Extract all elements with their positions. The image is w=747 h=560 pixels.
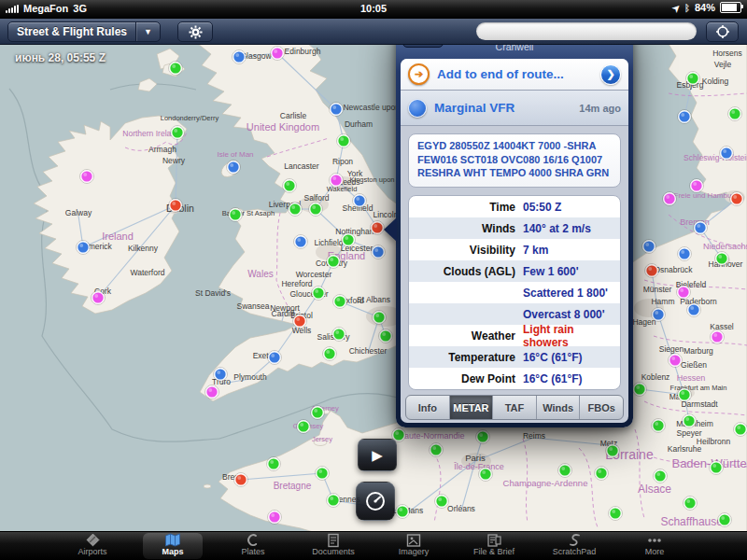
airport-dot-g[interactable] (430, 444, 443, 456)
tabbar-item-file-brief[interactable]: File & Brief (454, 532, 534, 560)
airport-dot-m[interactable] (206, 386, 218, 399)
airport-dot-b[interactable] (78, 242, 90, 254)
airport-dot-b[interactable] (215, 369, 227, 381)
airport-dot-g[interactable] (687, 73, 699, 85)
airport-dot-g[interactable] (397, 506, 409, 518)
airport-dot-g[interactable] (317, 468, 329, 480)
airport-dot-g[interactable] (328, 256, 340, 268)
instruments-button[interactable] (356, 482, 395, 521)
airport-dot-g[interactable] (684, 497, 697, 510)
map-layer-selector-button[interactable]: Street & Flight Rules ▼ (7, 21, 161, 42)
airport-dot-b[interactable] (228, 161, 240, 174)
airport-dot-g[interactable] (480, 469, 492, 481)
search-input[interactable] (476, 22, 697, 40)
tabbar-item-airports[interactable]: Airports (52, 532, 133, 560)
airport-dot-b[interactable] (679, 111, 691, 123)
airport-dot-g[interactable] (729, 108, 741, 120)
airport-dot-g[interactable] (343, 234, 355, 246)
airport-dot-m[interactable] (669, 355, 682, 367)
airport-dot-g[interactable] (338, 135, 350, 147)
tabbar-item-documents[interactable]: Documents (293, 532, 374, 560)
add-to-route-row[interactable]: ➔ Add to end of route... ❯ (401, 59, 628, 91)
airport-dot-m[interactable] (81, 171, 93, 183)
airport-dot-b[interactable] (679, 248, 691, 260)
flight-category-row[interactable]: Marginal VFR 14m ago (401, 91, 628, 126)
airport-dot-m[interactable] (678, 287, 690, 299)
tabbar-item-scratchpad[interactable]: ScratchPad (534, 532, 614, 560)
map-canvas[interactable]: United KingdomEnglandWalesIrelandNorther… (0, 0, 747, 560)
tabbar-item-plates[interactable]: Plates (213, 532, 293, 560)
airport-dot-m[interactable] (664, 193, 676, 205)
airport-dot-g[interactable] (684, 415, 696, 427)
airport-dot-m[interactable] (272, 48, 284, 60)
tabbar-item-more[interactable]: More (614, 532, 695, 560)
animate-weather-button[interactable]: ▶ (358, 439, 397, 471)
airport-dot-g[interactable] (289, 203, 302, 216)
airport-dot-b[interactable] (295, 236, 307, 248)
airport-dot-r[interactable] (294, 315, 306, 328)
airport-dot-b[interactable] (233, 51, 246, 63)
airport-dot-m[interactable] (331, 175, 343, 187)
airport-dot-g[interactable] (655, 470, 667, 483)
tab-taf[interactable]: TAF (493, 396, 537, 419)
airport-dot-g[interactable] (268, 458, 280, 470)
airport-dot-g[interactable] (653, 420, 665, 432)
airport-dot-g[interactable] (634, 384, 646, 396)
airport-dot-g[interactable] (679, 389, 691, 401)
tabbar-item-imagery[interactable]: Imagery (374, 532, 454, 560)
airport-dot-b[interactable] (688, 304, 700, 316)
region-label: Haute-Normandie (398, 431, 464, 441)
airport-dot-r[interactable] (372, 222, 384, 234)
airport-dot-g[interactable] (334, 296, 346, 308)
airport-dot-g[interactable] (298, 421, 310, 433)
airport-dot-g[interactable] (610, 508, 622, 520)
airport-dot-b[interactable] (653, 309, 665, 321)
airport-dot-g[interactable] (393, 429, 405, 441)
airport-dot-g[interactable] (559, 465, 571, 477)
airport-dot-r[interactable] (170, 200, 182, 212)
airport-dot-g[interactable] (719, 514, 731, 526)
airport-dot-g[interactable] (596, 468, 608, 480)
airport-dot-g[interactable] (284, 180, 296, 192)
airport-dot-r[interactable] (235, 474, 247, 486)
airport-dot-g[interactable] (172, 127, 184, 139)
chevron-right-icon[interactable]: ❯ (600, 64, 621, 85)
tabbar-item-maps[interactable]: Maps (133, 532, 213, 560)
airport-dot-g[interactable] (328, 495, 340, 507)
airport-dot-b[interactable] (331, 104, 343, 116)
airport-dot-g[interactable] (735, 424, 747, 436)
tab-fbos[interactable]: FBOs (580, 396, 623, 419)
airport-dot-b[interactable] (643, 241, 655, 253)
airport-dot-g[interactable] (310, 203, 322, 216)
airport-dot-b[interactable] (721, 147, 733, 160)
airport-dot-g[interactable] (477, 431, 489, 443)
airport-dot-g[interactable] (324, 348, 336, 360)
airport-dot-b[interactable] (269, 352, 281, 364)
locate-me-button[interactable] (706, 21, 739, 42)
airport-dot-b[interactable] (373, 246, 385, 259)
airport-dot-g[interactable] (711, 462, 723, 474)
airport-dot-r[interactable] (731, 193, 743, 205)
tab-info[interactable]: Info (406, 396, 450, 419)
airport-dot-m[interactable] (691, 180, 703, 192)
airport-dot-g[interactable] (374, 312, 386, 324)
airport-dot-g[interactable] (380, 330, 392, 343)
airport-dot-b[interactable] (354, 195, 366, 207)
airport-dot-g[interactable] (716, 253, 728, 265)
settings-button[interactable] (177, 21, 213, 42)
airport-dot-m[interactable] (269, 511, 281, 524)
airport-dot-m[interactable] (92, 292, 105, 304)
airport-dot-g[interactable] (607, 445, 619, 457)
airport-dot-g[interactable] (313, 287, 325, 300)
tab-metar[interactable]: METAR (450, 396, 494, 419)
airport-dot-r[interactable] (646, 265, 658, 277)
airport-dot-g[interactable] (312, 407, 324, 419)
airport-dot-g[interactable] (170, 63, 182, 75)
airport-dot-g[interactable] (436, 496, 448, 508)
chevron-down-icon[interactable]: ▼ (135, 22, 160, 41)
airport-dot-b[interactable] (695, 222, 707, 234)
airport-dot-g[interactable] (230, 209, 242, 221)
tab-winds[interactable]: Winds (537, 396, 581, 419)
airport-dot-g[interactable] (333, 329, 345, 341)
airport-dot-m[interactable] (712, 331, 724, 343)
